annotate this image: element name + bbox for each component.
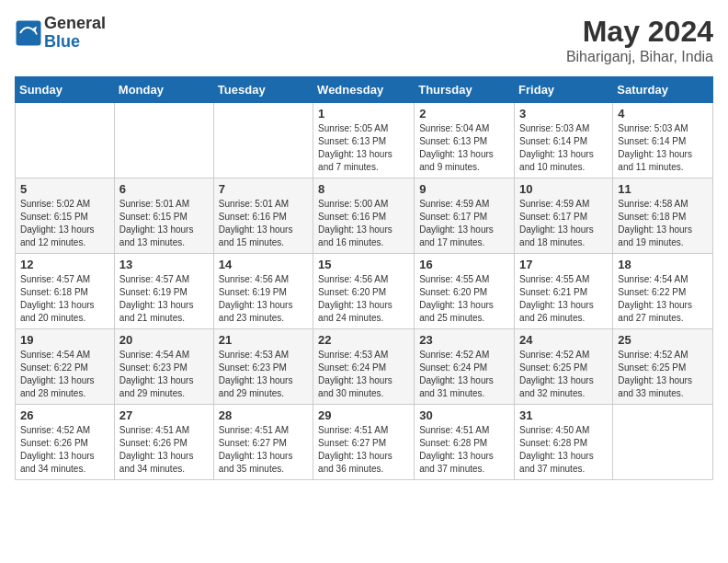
calendar-cell: 30Sunrise: 4:51 AMSunset: 6:28 PMDayligh… (415, 405, 515, 480)
day-number: 27 (119, 408, 209, 422)
day-info: Sunrise: 4:56 AMSunset: 6:19 PMDaylight:… (219, 273, 308, 325)
calendar-cell: 15Sunrise: 4:56 AMSunset: 6:20 PMDayligh… (313, 254, 415, 329)
day-number: 1 (318, 107, 409, 121)
calendar-cell: 8Sunrise: 5:00 AMSunset: 6:16 PMDaylight… (313, 178, 415, 254)
weekday-header: Wednesday (313, 77, 415, 103)
weekday-header: Tuesday (213, 77, 313, 103)
logo-text: General Blue (44, 15, 106, 52)
day-number: 3 (519, 107, 608, 121)
day-info: Sunrise: 5:00 AMSunset: 6:16 PMDaylight:… (318, 198, 409, 249)
calendar-cell: 3Sunrise: 5:03 AMSunset: 6:14 PMDaylight… (515, 103, 613, 178)
calendar-cell: 18Sunrise: 4:54 AMSunset: 6:22 PMDayligh… (613, 254, 713, 329)
day-info: Sunrise: 4:59 AMSunset: 6:17 PMDaylight:… (519, 198, 608, 249)
calendar-cell: 23Sunrise: 4:52 AMSunset: 6:24 PMDayligh… (415, 329, 515, 405)
day-number: 9 (419, 182, 509, 196)
day-number: 18 (618, 258, 708, 271)
calendar-cell (613, 405, 713, 480)
calendar-week-row: 26Sunrise: 4:52 AMSunset: 6:26 PMDayligh… (16, 405, 713, 480)
page-header: General Blue May 2024 Bihariganj, Bihar,… (15, 15, 713, 65)
calendar-cell: 2Sunrise: 5:04 AMSunset: 6:13 PMDaylight… (415, 103, 515, 178)
calendar-cell: 27Sunrise: 4:51 AMSunset: 6:26 PMDayligh… (114, 405, 213, 480)
day-number: 12 (20, 258, 109, 271)
day-number: 11 (618, 182, 708, 196)
day-number: 7 (219, 182, 308, 196)
day-info: Sunrise: 5:03 AMSunset: 6:14 PMDaylight:… (519, 122, 608, 174)
calendar-cell: 31Sunrise: 4:50 AMSunset: 6:28 PMDayligh… (515, 405, 613, 480)
day-info: Sunrise: 4:52 AMSunset: 6:24 PMDaylight:… (419, 349, 509, 400)
day-info: Sunrise: 4:57 AMSunset: 6:19 PMDaylight:… (119, 273, 209, 325)
calendar-cell: 19Sunrise: 4:54 AMSunset: 6:22 PMDayligh… (16, 329, 115, 405)
day-number: 2 (419, 107, 509, 121)
calendar-location: Bihariganj, Bihar, India (566, 49, 713, 65)
day-number: 29 (318, 408, 409, 422)
day-number: 30 (419, 408, 509, 422)
day-number: 6 (119, 182, 209, 196)
day-number: 5 (20, 182, 109, 196)
day-info: Sunrise: 4:54 AMSunset: 6:22 PMDaylight:… (20, 349, 109, 400)
day-number: 14 (219, 258, 308, 271)
day-number: 8 (318, 182, 409, 196)
weekday-header-row: SundayMondayTuesdayWednesdayThursdayFrid… (16, 77, 713, 103)
day-number: 25 (618, 333, 708, 347)
calendar-cell: 14Sunrise: 4:56 AMSunset: 6:19 PMDayligh… (213, 254, 313, 329)
calendar-cell (16, 103, 115, 178)
calendar-cell: 1Sunrise: 5:05 AMSunset: 6:13 PMDaylight… (313, 103, 415, 178)
svg-rect-0 (17, 20, 41, 45)
day-info: Sunrise: 4:57 AMSunset: 6:18 PMDaylight:… (20, 273, 109, 325)
day-number: 16 (419, 258, 509, 271)
day-number: 31 (519, 408, 608, 422)
logo-icon (15, 19, 42, 47)
day-number: 15 (318, 258, 409, 271)
calendar-cell: 28Sunrise: 4:51 AMSunset: 6:27 PMDayligh… (213, 405, 313, 480)
calendar-cell: 17Sunrise: 4:55 AMSunset: 6:21 PMDayligh… (515, 254, 613, 329)
day-info: Sunrise: 4:51 AMSunset: 6:26 PMDaylight:… (119, 424, 209, 476)
day-info: Sunrise: 4:53 AMSunset: 6:23 PMDaylight:… (219, 349, 308, 400)
calendar-cell: 26Sunrise: 4:52 AMSunset: 6:26 PMDayligh… (16, 405, 115, 480)
calendar-table: SundayMondayTuesdayWednesdayThursdayFrid… (15, 76, 713, 480)
day-number: 10 (519, 182, 608, 196)
calendar-cell: 20Sunrise: 4:54 AMSunset: 6:23 PMDayligh… (114, 329, 213, 405)
calendar-cell: 21Sunrise: 4:53 AMSunset: 6:23 PMDayligh… (213, 329, 313, 405)
day-number: 13 (119, 258, 209, 271)
day-number: 26 (20, 408, 109, 422)
weekday-header: Monday (114, 77, 213, 103)
calendar-cell: 12Sunrise: 4:57 AMSunset: 6:18 PMDayligh… (16, 254, 115, 329)
day-number: 24 (519, 333, 608, 347)
calendar-cell: 13Sunrise: 4:57 AMSunset: 6:19 PMDayligh… (114, 254, 213, 329)
day-info: Sunrise: 5:05 AMSunset: 6:13 PMDaylight:… (318, 122, 409, 174)
calendar-week-row: 12Sunrise: 4:57 AMSunset: 6:18 PMDayligh… (16, 254, 713, 329)
day-number: 4 (618, 107, 708, 121)
day-info: Sunrise: 4:52 AMSunset: 6:26 PMDaylight:… (20, 424, 109, 476)
day-number: 23 (419, 333, 509, 347)
logo: General Blue (15, 15, 106, 52)
day-info: Sunrise: 4:58 AMSunset: 6:18 PMDaylight:… (618, 198, 708, 249)
title-block: May 2024 Bihariganj, Bihar, India (566, 15, 713, 65)
logo-blue: Blue (44, 33, 106, 52)
calendar-week-row: 19Sunrise: 4:54 AMSunset: 6:22 PMDayligh… (16, 329, 713, 405)
day-info: Sunrise: 5:03 AMSunset: 6:14 PMDaylight:… (618, 122, 708, 174)
day-info: Sunrise: 4:55 AMSunset: 6:20 PMDaylight:… (419, 273, 509, 325)
day-info: Sunrise: 4:50 AMSunset: 6:28 PMDaylight:… (519, 424, 608, 476)
day-info: Sunrise: 4:59 AMSunset: 6:17 PMDaylight:… (419, 198, 509, 249)
calendar-cell: 22Sunrise: 4:53 AMSunset: 6:24 PMDayligh… (313, 329, 415, 405)
calendar-title: May 2024 (566, 15, 713, 49)
calendar-cell: 5Sunrise: 5:02 AMSunset: 6:15 PMDaylight… (16, 178, 115, 254)
day-info: Sunrise: 4:52 AMSunset: 6:25 PMDaylight:… (618, 349, 708, 400)
calendar-cell: 9Sunrise: 4:59 AMSunset: 6:17 PMDaylight… (415, 178, 515, 254)
day-info: Sunrise: 5:01 AMSunset: 6:15 PMDaylight:… (119, 198, 209, 249)
weekday-header: Sunday (16, 77, 115, 103)
day-number: 22 (318, 333, 409, 347)
calendar-cell: 11Sunrise: 4:58 AMSunset: 6:18 PMDayligh… (613, 178, 713, 254)
day-info: Sunrise: 4:52 AMSunset: 6:25 PMDaylight:… (519, 349, 608, 400)
calendar-cell: 16Sunrise: 4:55 AMSunset: 6:20 PMDayligh… (415, 254, 515, 329)
weekday-header: Thursday (415, 77, 515, 103)
day-info: Sunrise: 4:51 AMSunset: 6:27 PMDaylight:… (219, 424, 308, 476)
calendar-cell: 25Sunrise: 4:52 AMSunset: 6:25 PMDayligh… (613, 329, 713, 405)
day-number: 21 (219, 333, 308, 347)
calendar-week-row: 5Sunrise: 5:02 AMSunset: 6:15 PMDaylight… (16, 178, 713, 254)
calendar-cell (114, 103, 213, 178)
calendar-cell: 6Sunrise: 5:01 AMSunset: 6:15 PMDaylight… (114, 178, 213, 254)
day-info: Sunrise: 4:55 AMSunset: 6:21 PMDaylight:… (519, 273, 608, 325)
day-info: Sunrise: 4:53 AMSunset: 6:24 PMDaylight:… (318, 349, 409, 400)
day-info: Sunrise: 4:56 AMSunset: 6:20 PMDaylight:… (318, 273, 409, 325)
